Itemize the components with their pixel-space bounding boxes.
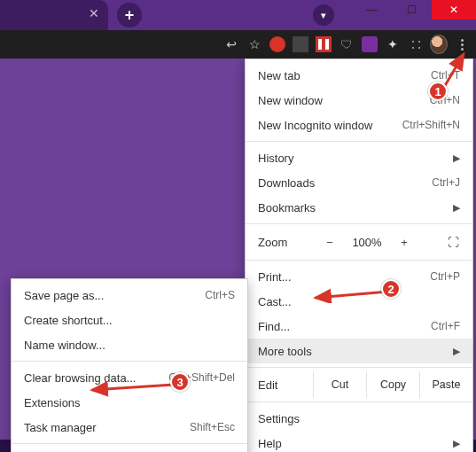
menu-label: Bookmarks xyxy=(258,201,448,214)
fullscreen-icon[interactable]: ⛶ xyxy=(448,236,460,249)
share-icon[interactable]: ↪ xyxy=(222,35,240,53)
menu-separator xyxy=(12,361,247,362)
menu-item-incognito[interactable]: New Incognito window Ctrl+Shift+N xyxy=(246,113,472,137)
menu-label: More tools xyxy=(258,345,448,358)
edit-label: Edit xyxy=(246,371,313,398)
maximize-button[interactable]: ☐ xyxy=(392,0,432,19)
submenu-item-task-manager[interactable]: Task manager Shift+Esc xyxy=(12,415,247,440)
extension-icon-4[interactable] xyxy=(361,35,378,53)
annotation-badge-2: 2 xyxy=(381,279,401,299)
menu-label: Save page as... xyxy=(24,289,205,302)
zoom-label: Zoom xyxy=(258,236,311,249)
menu-item-downloads[interactable]: Downloads Ctrl+J xyxy=(246,170,472,195)
menu-separator xyxy=(12,443,247,444)
new-tab-button[interactable]: + xyxy=(117,3,142,27)
menu-label: Help xyxy=(258,437,448,450)
minimize-button[interactable]: — xyxy=(352,0,392,19)
submenu-arrow-icon: ▶ xyxy=(453,346,460,357)
menu-label: Extensions xyxy=(24,396,235,409)
browser-toolbar: ↪ ☆ 🛡 ✦ ⸬ xyxy=(0,30,476,58)
menu-shortcut: Ctrl+T xyxy=(431,69,460,82)
zoom-in-button[interactable]: + xyxy=(394,236,414,249)
main-menu-button[interactable] xyxy=(453,35,471,53)
tab-strip: ✕ + ▾ — ☐ ✕ xyxy=(0,0,476,30)
menu-shortcut: Ctrl+J xyxy=(432,176,460,189)
menu-shortcut: Shift+Esc xyxy=(190,421,235,433)
profile-avatar[interactable] xyxy=(430,35,448,53)
edit-copy-button[interactable]: Copy xyxy=(366,371,419,398)
menu-item-cast[interactable]: Cast... xyxy=(246,289,472,314)
menu-item-help[interactable]: Help ▶ xyxy=(246,431,472,452)
submenu-arrow-icon: ▶ xyxy=(453,152,460,164)
edit-cut-button[interactable]: Cut xyxy=(313,371,366,398)
bookmark-star-icon[interactable]: ☆ xyxy=(246,35,263,53)
menu-item-edit: Edit Cut Copy Paste xyxy=(246,371,472,398)
menu-label: Create shortcut... xyxy=(24,314,235,327)
menu-item-find[interactable]: Find... Ctrl+F xyxy=(246,314,472,339)
menu-shortcut: Ctrl+Shift+N xyxy=(402,119,460,131)
main-menu: New tab Ctrl+T New window Ctrl+N New Inc… xyxy=(245,58,473,452)
menu-label: History xyxy=(258,152,448,165)
menu-item-history[interactable]: History ▶ xyxy=(246,145,472,170)
submenu-arrow-icon: ▶ xyxy=(453,202,460,214)
extension-icon-3[interactable] xyxy=(315,35,332,53)
menu-item-more-tools[interactable]: More tools ▶ xyxy=(246,339,472,363)
submenu-item-name-window[interactable]: Name window... xyxy=(12,332,247,357)
menu-separator xyxy=(246,141,472,142)
menu-item-zoom: Zoom − 100% + ⛶ xyxy=(246,228,472,256)
menu-label: New window xyxy=(258,94,430,107)
annotation-badge-3: 3 xyxy=(170,372,190,392)
menu-item-settings[interactable]: Settings xyxy=(246,406,472,431)
zoom-out-button[interactable]: − xyxy=(320,236,339,249)
menu-item-bookmarks[interactable]: Bookmarks ▶ xyxy=(246,195,472,220)
menu-label: Print... xyxy=(258,270,430,284)
submenu-item-dev-tools[interactable]: Developer tools Ctrl+Shift+I xyxy=(12,448,247,452)
extension-icon-2[interactable] xyxy=(292,35,309,53)
tab-close-icon[interactable]: ✕ xyxy=(87,7,101,21)
search-dropdown-button[interactable]: ▾ xyxy=(313,4,334,26)
zoom-value: 100% xyxy=(348,236,386,249)
annotation-badge-1: 1 xyxy=(428,82,448,101)
window-controls: — ☐ ✕ xyxy=(352,0,476,25)
menu-label: New tab xyxy=(258,69,431,82)
menu-label: Settings xyxy=(258,412,460,425)
menu-separator xyxy=(246,367,472,368)
menu-label: Downloads xyxy=(258,176,432,190)
shield-icon[interactable]: 🛡 xyxy=(338,35,355,53)
close-window-button[interactable]: ✕ xyxy=(432,0,476,19)
submenu-item-create-shortcut[interactable]: Create shortcut... xyxy=(12,308,247,332)
submenu-item-clear-data[interactable]: Clear browsing data... Ctrl+Shift+Del xyxy=(12,365,247,390)
apps-grid-icon[interactable]: ⸬ xyxy=(407,35,425,53)
edit-paste-button[interactable]: Paste xyxy=(419,371,472,398)
menu-label: Task manager xyxy=(24,421,190,434)
menu-label: Cast... xyxy=(258,295,460,308)
menu-label: Find... xyxy=(258,320,431,333)
menu-label: Name window... xyxy=(24,339,235,352)
submenu-item-extensions[interactable]: Extensions xyxy=(12,390,247,415)
menu-label: New Incognito window xyxy=(258,119,402,132)
menu-item-print[interactable]: Print... Ctrl+P xyxy=(246,264,472,289)
extension-icon-1[interactable] xyxy=(269,35,286,53)
more-tools-submenu: Save page as... Ctrl+S Create shortcut..… xyxy=(11,278,248,452)
extensions-puzzle-icon[interactable]: ✦ xyxy=(384,35,402,53)
menu-separator xyxy=(246,401,472,402)
menu-shortcut: Ctrl+F xyxy=(431,320,460,332)
menu-shortcut: Ctrl+P xyxy=(430,270,460,283)
active-tab[interactable]: ✕ xyxy=(0,0,108,30)
menu-separator xyxy=(246,223,472,224)
menu-shortcut: Ctrl+S xyxy=(205,289,235,301)
submenu-item-save-page[interactable]: Save page as... Ctrl+S xyxy=(12,283,247,308)
menu-label: Clear browsing data... xyxy=(24,371,168,385)
submenu-arrow-icon: ▶ xyxy=(453,438,460,449)
menu-separator xyxy=(246,260,472,261)
